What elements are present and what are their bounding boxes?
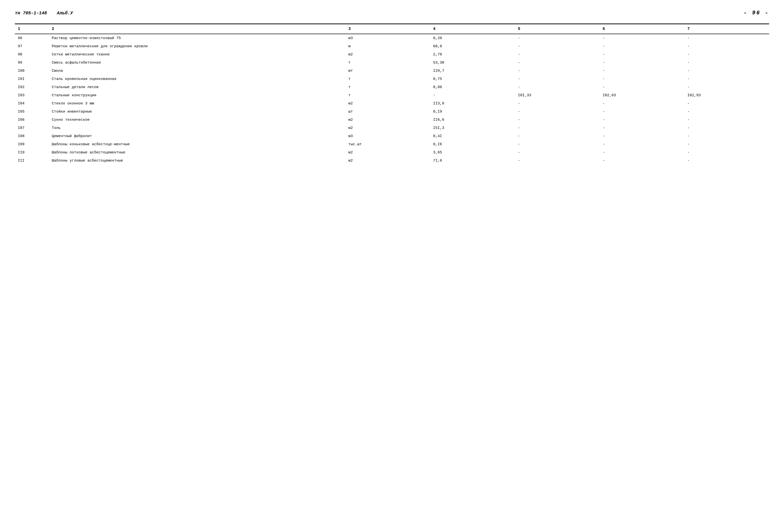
row-col4: I5I,3	[430, 124, 515, 132]
row-col4: 3,65	[430, 148, 515, 157]
row-col7: -	[684, 124, 769, 132]
table-header-row: 1 2 3 4 5 6 7	[15, 24, 769, 34]
row-col6: -	[599, 59, 684, 67]
row-name: Стойки инвентарные	[49, 108, 345, 116]
row-col6: -	[599, 157, 684, 165]
col-header-2: 2	[49, 24, 345, 34]
row-name: Шаблоны угловые асбестоцементные	[49, 157, 345, 165]
col-header-1: 1	[15, 24, 49, 34]
row-unit: мт	[345, 67, 430, 75]
row-col7: -	[684, 132, 769, 140]
series-label: тн 705-1-148	[15, 11, 47, 16]
row-col5: -	[515, 34, 599, 42]
row-name: Цементный фибролит	[49, 132, 345, 140]
row-col4: 53,38	[430, 59, 515, 67]
row-col6: -	[599, 140, 684, 148]
row-num: 98	[15, 51, 49, 59]
row-col4: 0,I9	[430, 108, 515, 116]
row-col6: -	[599, 75, 684, 83]
col-header-3: 3	[345, 24, 430, 34]
row-num: I08	[15, 132, 49, 140]
table-row: 98Сетки металлические тканнем22,76---	[15, 51, 769, 59]
row-col5: -	[515, 75, 599, 83]
row-unit: м3	[345, 132, 430, 140]
row-col6: -	[599, 99, 684, 108]
row-unit: т	[345, 75, 430, 83]
row-col5: -	[515, 157, 599, 165]
row-unit: м2	[345, 124, 430, 132]
row-col4: 0,I6	[430, 140, 515, 148]
row-col5: -	[515, 132, 599, 140]
row-num: III	[15, 157, 49, 165]
row-col4: 0,86	[430, 83, 515, 91]
row-unit: шт	[345, 108, 430, 116]
row-num: II0	[15, 148, 49, 157]
row-col7: -	[684, 108, 769, 116]
row-col4: 0,75	[430, 75, 515, 83]
row-unit: т	[345, 91, 430, 99]
row-col6: -	[599, 42, 684, 51]
row-name: Смола	[49, 67, 345, 75]
row-name: Смесь асфальтобетонная	[49, 59, 345, 67]
table-row: I05Стойки инвентарныешт0,I9---	[15, 108, 769, 116]
row-col6: -	[599, 83, 684, 91]
row-num: I05	[15, 108, 49, 116]
row-num: I0I	[15, 75, 49, 83]
table-row: I04Стекло оконное 3 ммм2II3,8---	[15, 99, 769, 108]
row-col6: -	[599, 148, 684, 157]
table-row: I09Шаблоны коньковые асбестоце-ментныеты…	[15, 140, 769, 148]
row-unit: т	[345, 83, 430, 91]
table-row: I00СмоламтI29,7---	[15, 67, 769, 75]
row-num: I02	[15, 83, 49, 91]
row-col4: 7I,6	[430, 157, 515, 165]
row-unit: т	[345, 59, 430, 67]
row-unit: м2	[345, 148, 430, 157]
row-unit: м	[345, 42, 430, 51]
row-unit: м2	[345, 157, 430, 165]
row-col4: 60,0	[430, 42, 515, 51]
row-num: I07	[15, 124, 49, 132]
row-col4: 2,76	[430, 51, 515, 59]
row-unit: тыс.шт	[345, 140, 430, 148]
row-col5: -	[515, 99, 599, 108]
table-row: II0Шаблоны лотковые асбестоцементныем23,…	[15, 148, 769, 157]
row-col6: -	[599, 124, 684, 132]
row-col7: -	[684, 51, 769, 59]
page-number: - 96 -	[744, 10, 769, 16]
row-name: Стекло оконное 3 мм	[49, 99, 345, 108]
row-col4: 0,4I	[430, 132, 515, 140]
row-num: I03	[15, 91, 49, 99]
row-col6: -	[599, 132, 684, 140]
row-col7: -	[684, 140, 769, 148]
row-num: 96	[15, 34, 49, 42]
row-name: Сетки металлические тканне	[49, 51, 345, 59]
row-col5: -	[515, 148, 599, 157]
row-name: Толь	[49, 124, 345, 132]
table-row: IIIШаблоны угловые асбестоцементныем27I,…	[15, 157, 769, 165]
table-row: I02Стальные детали лесовт0,86---	[15, 83, 769, 91]
table-row: I03Стальные конструкциит-I0I,33I02,03I02…	[15, 91, 769, 99]
row-num: 99	[15, 59, 49, 67]
row-col6: -	[599, 116, 684, 124]
row-col7: -	[684, 83, 769, 91]
row-col7: I02,93	[684, 91, 769, 99]
row-col5: -	[515, 140, 599, 148]
col-header-6: 6	[599, 24, 684, 34]
row-name: Решетки металлические для ограждения кро…	[49, 42, 345, 51]
row-name: Шаблоны коньковые асбестоце-ментные	[49, 140, 345, 148]
row-col5: -	[515, 108, 599, 116]
row-col5: -	[515, 116, 599, 124]
row-name: Стальные детали лесов	[49, 83, 345, 91]
row-num: I06	[15, 116, 49, 124]
album-label: Альб.У	[57, 11, 73, 16]
row-col6: -	[599, 51, 684, 59]
row-name: Стальные конструкции	[49, 91, 345, 99]
col-header-5: 5	[515, 24, 599, 34]
row-col4: I29,7	[430, 67, 515, 75]
row-num: I09	[15, 140, 49, 148]
row-num: 97	[15, 42, 49, 51]
row-col4: II6,6	[430, 116, 515, 124]
row-col5: -	[515, 83, 599, 91]
row-col7: -	[684, 157, 769, 165]
row-col5: I0I,33	[515, 91, 599, 99]
